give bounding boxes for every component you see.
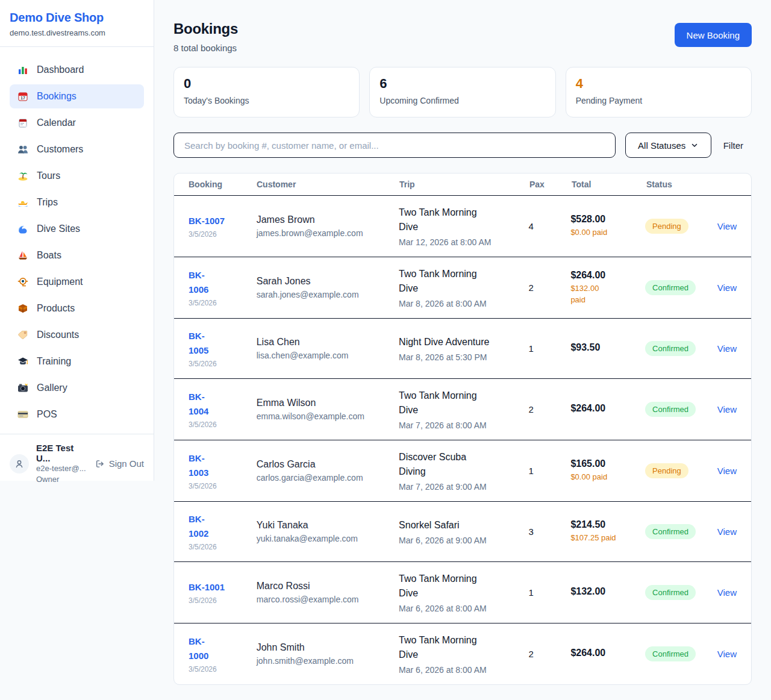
sidebar-item-calendar[interactable]: Calendar: [10, 111, 144, 135]
booking-date: 3/5/2026: [189, 665, 257, 673]
status-select[interactable]: All Statuses: [625, 133, 711, 158]
stat-card: 4 Pending Payment: [566, 67, 752, 117]
island-icon: [17, 170, 29, 182]
search-input[interactable]: [173, 133, 616, 158]
booking-link[interactable]: BK-1007: [189, 214, 225, 228]
sidebar-item-dashboard[interactable]: Dashboard: [10, 58, 144, 82]
sailboat-icon: [17, 249, 29, 261]
user-info: E2E Test U... e2e-tester@... Owner: [36, 443, 88, 484]
table-header-row: Booking Customer Trip Pax Total Status: [174, 173, 751, 196]
view-link[interactable]: View: [717, 527, 737, 537]
view-link[interactable]: View: [717, 466, 737, 476]
sidebar-item-customers[interactable]: Customers: [10, 137, 144, 161]
trip-datetime: Mar 6, 2026 at 9:00 AM: [399, 536, 528, 545]
sidebar-item-label: Boats: [37, 250, 61, 261]
column-header-total: Total: [572, 180, 646, 189]
sidebar-item-gallery[interactable]: Gallery: [10, 376, 144, 400]
sidebar-item-dive-sites[interactable]: Dive Sites: [10, 217, 144, 241]
paid-amount: $0.00 paid: [570, 227, 645, 239]
sidebar-item-label: Trips: [37, 197, 58, 208]
table-row: BK- 1006 3/5/2026 Sarah Jones sarah.jone…: [174, 257, 751, 319]
brand-title[interactable]: Demo Dive Shop: [10, 11, 144, 25]
trip-datetime: Mar 8, 2026 at 8:00 AM: [399, 299, 528, 308]
total-amount: $264.00: [570, 403, 645, 414]
booking-link[interactable]: BK- 1004: [189, 390, 208, 419]
view-link[interactable]: View: [717, 404, 737, 414]
stat-label: Today's Bookings: [184, 96, 349, 105]
user-name: E2E Test U...: [36, 443, 88, 463]
pax-count: 2: [529, 649, 534, 659]
sidebar-item-equipment[interactable]: Equipment: [10, 270, 144, 294]
sidebar-item-trips[interactable]: Trips: [10, 190, 144, 214]
booking-link[interactable]: BK- 1005: [189, 329, 208, 358]
customer-email: emma.wilson@example.com: [257, 411, 399, 421]
sign-out-button[interactable]: Sign Out: [95, 458, 144, 469]
status-badge: Confirmed: [645, 585, 696, 600]
total-amount: $132.00: [570, 586, 645, 597]
customer-name: Lisa Chen: [257, 337, 399, 348]
brand-block: Demo Dive Shop demo.test.divestreams.com: [0, 0, 154, 46]
stat-label: Upcoming Confirmed: [379, 96, 545, 105]
view-link[interactable]: View: [717, 587, 737, 598]
sidebar-item-label: Dashboard: [37, 64, 84, 75]
booking-date: 3/5/2026: [189, 230, 257, 239]
filter-row: All Statuses Filter: [173, 133, 752, 158]
trip-name: Two Tank Morning Dive: [399, 267, 528, 296]
trip-name: Two Tank Morning Dive: [399, 633, 528, 662]
package-box-icon: [17, 302, 29, 314]
booking-date: 3/5/2026: [189, 482, 257, 490]
sidebar-item-label: Dive Sites: [37, 223, 80, 234]
graduation-cap-icon: [17, 355, 29, 367]
trip-name: Snorkel Safari: [399, 518, 528, 533]
view-link[interactable]: View: [717, 283, 737, 293]
filter-button[interactable]: Filter: [723, 140, 743, 151]
booking-date: 3/5/2026: [189, 299, 257, 307]
page-title: Bookings: [173, 20, 238, 37]
status-badge: Confirmed: [645, 341, 696, 356]
table-row: BK- 1004 3/5/2026 Emma Wilson emma.wilso…: [174, 379, 751, 440]
booking-link[interactable]: BK- 1003: [189, 451, 208, 480]
diving-mask-icon: [17, 276, 29, 288]
customer-email: james.brown@example.com: [257, 228, 399, 238]
booking-link[interactable]: BK- 1006: [189, 268, 208, 297]
sidebar-item-discounts[interactable]: Discounts: [10, 323, 144, 347]
sidebar-item-training[interactable]: Training: [10, 349, 144, 373]
stat-value: 6: [379, 77, 545, 91]
customer-name: Sarah Jones: [257, 276, 399, 287]
tag-icon: [17, 329, 29, 341]
view-link[interactable]: View: [717, 649, 737, 659]
sidebar: Demo Dive Shop demo.test.divestreams.com…: [0, 0, 154, 481]
customer-email: yuki.tanaka@example.com: [257, 534, 399, 543]
total-amount: $264.00: [570, 270, 645, 281]
customer-email: john.smith@example.com: [257, 656, 399, 666]
paid-amount: $132.00 paid: [570, 283, 645, 306]
status-badge: Confirmed: [645, 646, 696, 661]
sidebar-item-bookings[interactable]: 17 Bookings: [10, 84, 144, 108]
booking-date: 3/5/2026: [189, 543, 257, 551]
table-row: BK- 1000 3/5/2026 John Smith john.smith@…: [174, 623, 751, 684]
sidebar-item-label: Equipment: [37, 277, 83, 287]
sidebar-item-products[interactable]: Products: [10, 296, 144, 320]
camera-icon: [17, 382, 29, 394]
sidebar-item-boats[interactable]: Boats: [10, 243, 144, 267]
sidebar-item-tours[interactable]: Tours: [10, 164, 144, 188]
view-link[interactable]: View: [717, 221, 737, 231]
view-link[interactable]: View: [717, 343, 737, 354]
customer-email: marco.rossi@example.com: [257, 595, 399, 604]
sidebar-item-pos[interactable]: POS: [10, 402, 144, 427]
customer-name: Marco Rossi: [257, 581, 399, 592]
svg-text:17: 17: [20, 96, 25, 100]
sign-out-label: Sign Out: [109, 458, 144, 469]
booking-link[interactable]: BK- 1002: [189, 512, 208, 541]
pax-count: 3: [529, 527, 534, 537]
customer-name: James Brown: [257, 214, 399, 225]
trip-name: Night Dive Adventure: [399, 335, 528, 349]
booking-link[interactable]: BK-1001: [189, 580, 225, 595]
wave-icon: [17, 223, 29, 235]
trip-name: Two Tank Morning Dive: [399, 572, 528, 601]
stat-value: 0: [184, 77, 349, 91]
booking-link[interactable]: BK- 1000: [189, 634, 208, 663]
page-subtitle: 8 total bookings: [173, 43, 238, 53]
trip-datetime: Mar 7, 2026 at 9:00 AM: [399, 482, 528, 492]
new-booking-button[interactable]: New Booking: [675, 23, 752, 47]
